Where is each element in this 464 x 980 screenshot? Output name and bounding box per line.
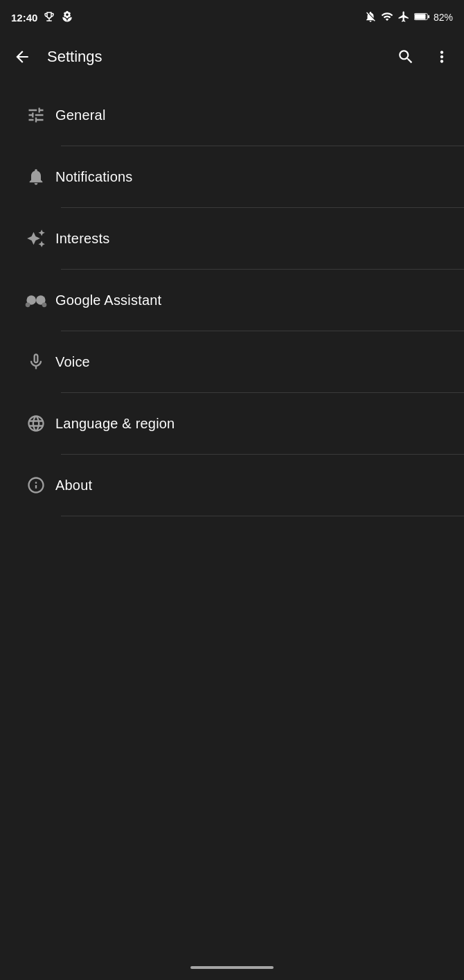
settings-item-interests[interactable]: Interests bbox=[0, 208, 464, 269]
battery-percent: 82% bbox=[434, 12, 453, 23]
app-bar: Settings bbox=[0, 35, 464, 79]
interests-label: Interests bbox=[55, 231, 110, 247]
general-label: General bbox=[55, 107, 106, 123]
status-left: 12:40 bbox=[11, 10, 73, 25]
time-display: 12:40 bbox=[11, 12, 37, 24]
divider-about bbox=[61, 516, 464, 516]
info-icon bbox=[17, 475, 55, 495]
airplane-icon bbox=[398, 10, 410, 25]
svg-point-6 bbox=[42, 302, 47, 307]
sparkle-icon bbox=[17, 229, 55, 248]
about-label: About bbox=[55, 478, 92, 493]
settings-list: General Notifications Interests bbox=[0, 85, 464, 516]
app-bar-actions bbox=[389, 40, 458, 73]
settings-item-notifications[interactable]: Notifications bbox=[0, 146, 464, 207]
settings-item-google-assistant[interactable]: Google Assistant bbox=[0, 270, 464, 331]
status-bar: 12:40 bbox=[0, 0, 464, 35]
sliders-icon bbox=[17, 105, 55, 125]
svg-rect-1 bbox=[415, 14, 426, 19]
settings-item-voice[interactable]: Voice bbox=[0, 331, 464, 392]
language-region-label: Language & region bbox=[55, 416, 175, 432]
svg-rect-2 bbox=[428, 15, 429, 18]
home-indicator bbox=[190, 966, 274, 969]
trophy-icon bbox=[43, 10, 55, 25]
voice-label: Voice bbox=[55, 354, 90, 370]
settings-item-general[interactable]: General bbox=[0, 85, 464, 146]
settings-item-language-region[interactable]: Language & region bbox=[0, 393, 464, 454]
google-assistant-icon bbox=[17, 290, 55, 310]
more-options-button[interactable] bbox=[425, 40, 458, 73]
google-assistant-label: Google Assistant bbox=[55, 292, 161, 308]
wifi-icon bbox=[381, 10, 393, 25]
bell-icon bbox=[17, 167, 55, 186]
battery-icon bbox=[414, 12, 429, 24]
muted-icon bbox=[364, 10, 377, 25]
status-right: 82% bbox=[364, 10, 453, 25]
mic-icon bbox=[17, 352, 55, 371]
flower-icon bbox=[61, 10, 73, 25]
svg-point-5 bbox=[26, 302, 30, 307]
settings-item-about[interactable]: About bbox=[0, 455, 464, 516]
notifications-label: Notifications bbox=[55, 169, 133, 185]
bottom-bar bbox=[0, 955, 464, 980]
search-button[interactable] bbox=[389, 40, 422, 73]
globe-icon bbox=[17, 414, 55, 433]
back-button[interactable] bbox=[6, 40, 39, 73]
page-title: Settings bbox=[47, 48, 384, 66]
